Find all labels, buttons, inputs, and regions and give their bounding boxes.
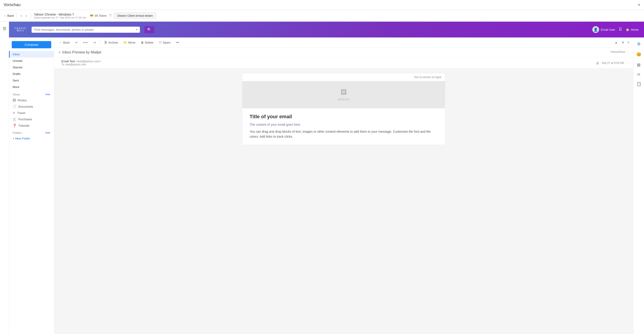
archive-label: Archive (108, 41, 118, 44)
to-address: test@yahoo.com (66, 63, 86, 66)
email-preview-body: Voir la version en ligne 🖼 600X160 Title… (54, 68, 633, 150)
client-info: Yahoo! Chrome - Windows 7 Zuletzt getest… (34, 13, 86, 19)
right-sidebar: ⚙ 😊 ▦ 31 📋 (633, 38, 644, 334)
app-title: Vorschau (4, 2, 20, 7)
sidebar-view-photos[interactable]: 🖼 Photos (9, 97, 54, 103)
location-text: Yahoo/Inbox (610, 50, 626, 54)
banner-size: 600X160 (338, 98, 350, 101)
sidebar-view-purchases[interactable]: 🛒 Purchases (9, 116, 54, 122)
reply-button[interactable]: ↩ (74, 40, 79, 45)
prev-email-button[interactable]: ▲ (614, 40, 619, 45)
grid-sidebar-button[interactable]: ▦ (634, 60, 644, 70)
move-button[interactable]: 📁 Move (122, 40, 137, 45)
nav-bar-left: ← Back ‹ › Yahoo! Chrome - Windows 7 Zul… (4, 12, 86, 19)
menu-toggle-button[interactable]: ☰ (1, 24, 8, 33)
sidebar-item-sent[interactable]: Sent (9, 77, 54, 84)
token-badge: 💳 95 Token (90, 14, 107, 18)
sidebar-item-unread[interactable]: Unread (9, 58, 54, 64)
nav-divider2 (31, 12, 31, 19)
nav-next-button[interactable]: › (24, 13, 28, 19)
nav-prev-button[interactable]: ‹ (20, 13, 24, 19)
notes-sidebar-button[interactable]: 📋 (634, 79, 644, 89)
help-button[interactable]: ? (109, 14, 111, 18)
delete-label: Delete (145, 41, 154, 44)
views-label: Views (13, 93, 20, 96)
new-folder-link[interactable]: + New Folder (9, 136, 54, 142)
photos-icon: 🖼 (13, 98, 16, 102)
hide-views-link[interactable]: Hide (45, 93, 50, 96)
test-client-button[interactable]: Diesen Client erneut testen (114, 12, 156, 19)
home-label: Home (631, 28, 638, 31)
sidebar-view-label: Photos (18, 98, 27, 102)
sidebar-item-drafts[interactable]: Drafts (9, 71, 54, 77)
email-timestamp: Sep 27 at 9:26 AM (602, 62, 624, 64)
delete-button[interactable]: 🗑 Delete (140, 40, 155, 45)
search-button[interactable]: 🔍 (144, 26, 154, 33)
search-icon: 🔍 (147, 28, 152, 32)
top-bar: Vorschau × (0, 0, 644, 10)
views-section-title: Views Hide (9, 90, 54, 97)
subject-text: Inbox Preview by Mailjet (62, 50, 101, 54)
spam-icon: 🛡 (159, 41, 162, 44)
back-link[interactable]: ← Back (4, 14, 14, 18)
hide-folders-link[interactable]: Hide (45, 131, 50, 134)
top-bar-left: Vorschau (4, 2, 20, 7)
email-from: Email Test <test@yahoo.com> (62, 60, 101, 63)
email-to: To: test@yahoo.com (62, 63, 101, 66)
close-email-button[interactable]: × (627, 40, 630, 45)
more-icon: ••• (176, 41, 179, 44)
voir-ligne: Voir la version en ligne (242, 73, 445, 81)
next-email-button[interactable]: ▼ (620, 40, 626, 45)
email-body-text2: You can drag and drop blocks of text, im… (250, 129, 438, 139)
token-icon: 💳 (90, 14, 94, 18)
email-from-row: Email Test <test@yahoo.com> To: test@yah… (54, 57, 633, 68)
email-meta: 🖨 Sep 27 at 9:26 AM ☆ (596, 61, 629, 65)
home-link[interactable]: 🏠 Home (626, 28, 638, 31)
more-actions-button[interactable]: ••• (175, 40, 180, 45)
email-text-content: Title of your email The content of your … (242, 108, 445, 145)
settings-sidebar-button[interactable]: ⚙ (634, 39, 644, 49)
sidebar-item-label: Drafts (13, 72, 20, 76)
back-toolbar-button[interactable]: ← Back (58, 40, 71, 45)
compose-button[interactable]: Compose (12, 41, 51, 48)
spam-button[interactable]: 🛡 Spam (158, 40, 172, 45)
sidebar-view-travel[interactable]: ✈ Travel (9, 110, 54, 116)
purchases-icon: 🛒 (13, 117, 16, 121)
email-banner: 🖼 600X160 (242, 81, 445, 108)
email-location: Yahoo/Inbox ☆ (610, 50, 629, 54)
move-icon: 📁 (124, 41, 127, 44)
email-toolbar: ← Back ↩ ↩↩ ↪ (54, 38, 633, 48)
reply-icon: ↩ (75, 41, 78, 44)
sidebar-item-starred[interactable]: Starred (9, 64, 54, 71)
search-input[interactable] (34, 28, 134, 31)
forward-icon: ↪ (94, 41, 96, 44)
forward-button[interactable]: ↪ (92, 40, 97, 45)
archive-button[interactable]: 🗄 Archive (103, 40, 119, 45)
emoji-sidebar-button[interactable]: 😊 (634, 50, 644, 59)
close-button[interactable]: × (638, 2, 640, 8)
sidebar-view-tutorials[interactable]: ❓ Tutorials (9, 122, 54, 129)
sidebar-item-inbox[interactable]: Inbox (9, 51, 54, 58)
sidebar-view-label: Tutorials (18, 124, 29, 127)
toolbar-left: ← Back ↩ ↩↩ ↪ (58, 40, 180, 45)
gear-icon: ⚙ (637, 42, 640, 46)
back-label: Back (63, 41, 70, 44)
sidebar-view-documents[interactable]: 📄 Documents (9, 103, 54, 110)
sidebar-item-label: Unread (13, 59, 22, 62)
email-body: Compose Inbox Unread Starred Drafts Sent (9, 38, 644, 334)
avatar: 👤 (592, 26, 599, 33)
star-icon[interactable]: ☆ (626, 62, 629, 64)
location-star-icon[interactable]: ☆ (626, 50, 629, 54)
sidebar-item-more[interactable]: More (9, 84, 54, 90)
toolbar-separator (100, 40, 100, 45)
yahoo-user: 👤 Email User (592, 26, 615, 33)
email-content-title: Title of your email (250, 114, 438, 120)
email-preview-card: Voir la version en ligne 🖼 600X160 Title… (242, 73, 445, 145)
calendar-sidebar-button[interactable]: 31 (634, 70, 644, 78)
grid-button[interactable]: ⠿ (619, 27, 622, 32)
nav-bar: ← Back ‹ › Yahoo! Chrome - Windows 7 Zul… (0, 10, 644, 22)
yahoo-search-bar[interactable]: ▾ (32, 27, 140, 33)
reply-all-button[interactable]: ↩↩ (82, 40, 89, 45)
print-icon[interactable]: 🖨 (596, 61, 599, 65)
token-count: 95 Token (95, 14, 107, 18)
